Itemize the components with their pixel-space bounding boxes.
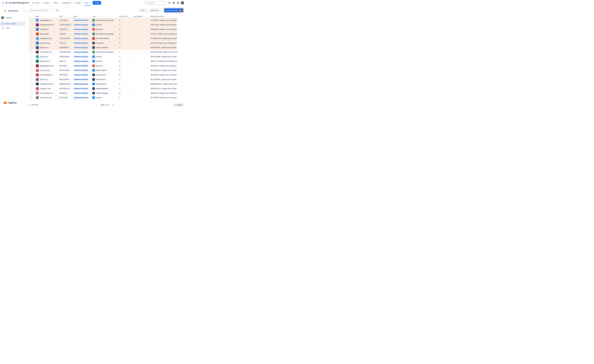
nav-apps[interactable]: Apps: [83, 0, 91, 6]
project-name[interactable]: Vensazofojku Ltd.: [40, 92, 53, 94]
sort-icon[interactable]: [77, 16, 79, 17]
nav-filters[interactable]: Filters: [52, 0, 61, 6]
sort-icon[interactable]: [96, 16, 98, 17]
lead-name: eva.lien: [96, 24, 102, 26]
row-checkbox[interactable]: [31, 37, 32, 39]
project-name[interactable]: Apoju & Co.: [40, 47, 49, 49]
sort-icon[interactable]: [128, 16, 129, 17]
project-name[interactable]: Zafuczi Inc.: [40, 56, 49, 58]
last-updated: -: [133, 33, 150, 35]
profile-button[interactable]: JR: [181, 1, 184, 5]
project-name[interactable]: Nelgutagaful Corp.: [40, 65, 54, 67]
project-avatar: [36, 87, 39, 90]
sidebar-item-active-projects[interactable]: Active Projects: [0, 21, 25, 26]
issue-count: 0: [119, 88, 133, 90]
sidebar-item-trash[interactable]: Trash: [0, 26, 25, 30]
table-row: Zafuczi Inc. BHWSUMRN COMPANY MANAGED E …: [29, 54, 177, 59]
project-name[interactable]: Juupobejani Inc.: [40, 19, 52, 21]
issue-type-scheme: BMBNFBSVKZ: Simple Issue Track...: [150, 83, 177, 85]
project-name[interactable]: Hovzu Group: [40, 69, 50, 71]
go-back-button[interactable]: Go back: [0, 16, 25, 20]
project-name[interactable]: Tujifunekbel Ltd.: [40, 51, 52, 53]
sort-icon[interactable]: [63, 16, 64, 17]
nav-label: People: [75, 2, 81, 4]
row-checkbox[interactable]: [31, 74, 32, 76]
create-button[interactable]: Create: [93, 1, 101, 5]
next-page-button[interactable]: [111, 103, 114, 106]
last-updated: -: [133, 83, 150, 85]
issue-type-scheme: AYLFJR: Simple Issue Tracking Iss...: [150, 42, 177, 44]
project-name[interactable]: Agfo Group: [40, 33, 49, 35]
project-name[interactable]: Susiok Group: [40, 42, 50, 44]
project-name[interactable]: Jinaceara Inc.: [40, 60, 50, 62]
sidebar-collapse-button[interactable]: [24, 9, 27, 12]
header-cell-style[interactable]: Style: [73, 16, 91, 17]
lead-avatar: E: [92, 23, 95, 26]
sort-icon[interactable]: [40, 16, 41, 17]
lead-avatar: E: [92, 60, 95, 63]
toolbar: × View Bulk action Review changes 7: [29, 8, 184, 13]
row-checkbox[interactable]: [31, 51, 32, 53]
project-name[interactable]: Tuthooj Ltd.: [40, 28, 49, 30]
header-cell-issue-type-scheme[interactable]: Issue Type Scheme: [150, 16, 177, 17]
row-checkbox[interactable]: [31, 42, 32, 44]
issue-count: 0: [119, 38, 133, 39]
last-updated: -: [133, 78, 150, 80]
project-name[interactable]: Kihujlufuw Corp.: [40, 38, 52, 39]
chevron-down-icon: [59, 2, 60, 3]
nav-people[interactable]: People: [74, 0, 83, 6]
issue-type-scheme: BPTVEPW: Simple Issue Tracking I...: [150, 97, 177, 98]
project-name[interactable]: Marketing Team v2: [40, 24, 54, 26]
project-avatar: [36, 19, 39, 22]
row-checkbox[interactable]: [31, 65, 32, 66]
help-button[interactable]: ?: [172, 1, 176, 5]
export-button[interactable]: Export: [173, 103, 184, 107]
settings-button[interactable]: [176, 1, 180, 5]
nav-projects[interactable]: Projects: [42, 0, 52, 6]
row-checkbox[interactable]: [31, 69, 32, 71]
project-name[interactable]: Etamubazjod Ltd.: [40, 74, 53, 76]
global-search-input[interactable]: [145, 1, 166, 5]
prev-page-button[interactable]: [95, 103, 98, 106]
row-checkbox[interactable]: [31, 24, 32, 26]
chevron-down-icon: [81, 2, 82, 3]
last-updated: -: [133, 38, 150, 39]
row-checkbox[interactable]: [31, 83, 32, 85]
view-dropdown[interactable]: View: [139, 8, 148, 12]
nav-dashboards[interactable]: Dashboards: [61, 0, 74, 6]
brand[interactable]: Jira Work Management: [5, 1, 31, 4]
row-checkbox[interactable]: [31, 78, 32, 80]
sort-icon[interactable]: [143, 16, 144, 17]
row-checkbox[interactable]: [31, 60, 32, 62]
clear-search-icon[interactable]: ×: [56, 9, 58, 11]
style-badge: COMPANY MANAGED: [74, 47, 89, 49]
bulk-action-dropdown[interactable]: Bulk action: [149, 8, 162, 12]
optimizer-bolt-icon: [4, 9, 7, 13]
row-checkbox[interactable]: [31, 97, 32, 98]
header-cell-key[interactable]: Key: [59, 16, 73, 17]
row-checkbox[interactable]: [31, 19, 32, 21]
header-cell-name[interactable]: Name: [34, 16, 59, 17]
header-cell-issue-count[interactable]: Issue Count: [119, 16, 133, 17]
row-checkbox[interactable]: [31, 88, 32, 89]
row-checkbox[interactable]: [31, 56, 32, 57]
header-cell-last-updated[interactable]: Last Updated: [133, 16, 150, 17]
row-checkbox[interactable]: [31, 28, 32, 30]
nav-your-work[interactable]: Your work: [31, 0, 42, 6]
project-key: BKZZJHPPK: [59, 78, 73, 80]
app-switcher-button[interactable]: [1, 1, 5, 5]
view-label: View: [141, 9, 144, 11]
project-key: BKNPDDT: [59, 65, 73, 67]
project-name[interactable]: Josjanro Corp.: [40, 88, 51, 90]
project-name[interactable]: Jebiz & Co.: [40, 78, 49, 80]
go-back-label: Go back: [6, 17, 12, 19]
header-cell-lead[interactable]: Lead: [91, 16, 119, 17]
notifications-button[interactable]: [167, 1, 171, 5]
row-checkbox[interactable]: [31, 46, 32, 48]
project-name[interactable]: Fiheluohvuc Ltd.: [40, 97, 52, 98]
row-checkbox[interactable]: [31, 92, 32, 94]
review-changes-button[interactable]: Review changes 7: [164, 8, 183, 12]
project-name[interactable]: Uletefojakukig Ltd.: [40, 83, 54, 85]
project-search-input[interactable]: [29, 8, 59, 12]
row-checkbox[interactable]: [31, 33, 32, 35]
